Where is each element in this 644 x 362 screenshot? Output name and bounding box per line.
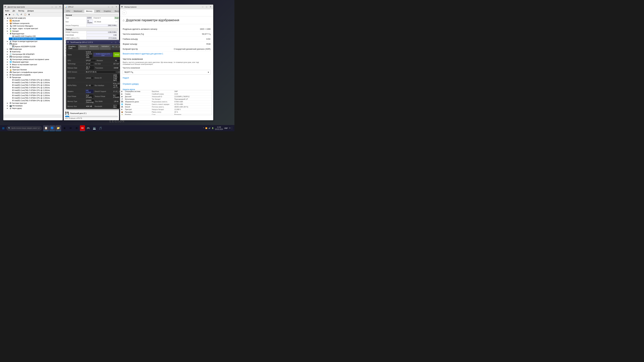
info-row-display[interactable]: 🖥 Дисплей Унікальний ID 2133SMPL17M3PG2 [120, 95, 212, 98]
tree-software-components[interactable]: ▶📦Software components [6, 22, 62, 25]
tree-disks[interactable]: ▼💾Диски [6, 43, 62, 45]
tree-cpu[interactable]: ▼⚙Процесори [6, 76, 62, 79]
tree-computer[interactable]: ▶🖥Комп'ютер [6, 50, 62, 53]
menu-help[interactable]: Довідка [26, 9, 35, 12]
settings-minimize[interactable]: ─ [201, 5, 204, 8]
minimize-button[interactable]: ─ [50, 5, 54, 8]
tree-display-adapters[interactable]: ▼🖥Відеоадаптери [6, 32, 62, 35]
toolbar-monitor[interactable]: 🖥 [27, 13, 31, 16]
gpuz-lookup-btn[interactable]: NVIDIA GeForce GTX 1050 [94, 53, 112, 57]
taskbar-app-9[interactable]: 🎵 [98, 125, 103, 131]
toolbar-forward[interactable]: ▶ [8, 13, 12, 16]
show-desktop-btn[interactable] [232, 127, 232, 130]
toolbar-refresh[interactable]: ↺ [20, 13, 23, 16]
menu-view[interactable]: Вигляд [18, 9, 25, 12]
info-row-os[interactable]: ⊞ Операційна система Виробник SMP [120, 90, 212, 93]
info-row-network[interactable]: 🌐 Мережа Ємність повної зарядки 41750 mW… [120, 103, 212, 106]
menu-action[interactable]: Дія [12, 9, 16, 12]
info-row-programs[interactable]: 📦 Програми Рівень зносу 26 % [120, 111, 212, 113]
toolbar-search[interactable]: 🔍 [16, 13, 19, 16]
help-link[interactable]: Отримати довідку [123, 82, 210, 86]
info-row-directx[interactable]: 🎮 DirectX Поточна ємність 39250 mWh (94 … [120, 106, 212, 108]
tab-bench[interactable]: Bench [113, 9, 119, 13]
tree-ide[interactable]: ▶💿Контролери IDE ATA/ATAPI [6, 53, 62, 55]
refresh-rate-dropdown[interactable]: 59,977 Гц ▾ [123, 70, 210, 74]
info-row-security[interactable]: 🔒 Безпека Стан Розрядка [120, 113, 212, 115]
tree-print-queues[interactable]: ▶🖨Черги друку [6, 107, 62, 110]
gpuz-tab-advanced[interactable]: Advanced [88, 45, 100, 50]
tree-audio-io[interactable]: ▶🔊Вхідні та вихідні аудіопристрої [6, 40, 62, 43]
tree-cpu-core-2[interactable]: ⚙Intel(R) Core(TM) i7-8750H CPU @ 2.20GH… [9, 84, 62, 86]
settings-back-btn[interactable]: ← [122, 10, 126, 15]
info-row-storage[interactable]: 💾 Збереження даних Розрахована ємність 5… [120, 100, 212, 103]
gpuz-restore[interactable]: □ [114, 41, 117, 44]
tree-mouse[interactable]: ▶🖱Миша та інші вказівні пристрої [6, 63, 62, 66]
info-row-multimedia[interactable]: 🎵 Мультимедіа Тип батареї Перезарядний L… [120, 98, 212, 100]
gpuz-minimize[interactable]: ─ [110, 41, 114, 44]
tree-cpu-core-4[interactable]: ⚙Intel(R) Core(TM) i7-8750H CPU @ 2.20GH… [9, 89, 62, 91]
tree-storage[interactable]: ▶💾Контролери сховища [6, 55, 62, 58]
display-adapter-link[interactable]: Вказати властивості адаптера для дисплея… [123, 53, 163, 55]
language-indicator[interactable]: УКР [224, 127, 228, 129]
gpuz-tab-graphics-card[interactable]: Graphics Card [67, 45, 78, 50]
tree-keyboard[interactable]: ▶⌨Клавіатури [6, 48, 62, 50]
taskbar-app-7[interactable]: 🎮 [85, 125, 91, 131]
taskbar-app-6[interactable]: 64 [80, 125, 85, 131]
info-row-server[interactable]: ⊞ Сервер Серійний номер 2133 [120, 93, 212, 95]
taskbar-app-0[interactable]: 📋 [43, 125, 49, 131]
menu-file[interactable]: Файл [4, 9, 10, 12]
taskbar-search[interactable]: 🔍 Щоби почати пошук, введіть запит тут [6, 126, 42, 130]
settings-restore[interactable]: □ [205, 5, 208, 8]
gpuz-screenshot-btn[interactable]: 📷 [112, 45, 114, 48]
tree-network[interactable]: ▶🌐Мережеві адаптери [6, 61, 62, 63]
tree-battery[interactable]: ▶🔋Батареї [6, 30, 62, 32]
gpuz-tab-validation[interactable]: Validation [100, 45, 111, 50]
tree-system-devices[interactable]: ▶⚙Системні пристрої [6, 102, 62, 104]
tab-cpu[interactable]: CPU [64, 9, 72, 13]
close-button[interactable]: ✕ [58, 5, 62, 8]
tree-audio[interactable]: ▶🔊Аудіо-, відео- та ігрові пристрої [6, 27, 62, 30]
gpuz-refresh-btn[interactable]: ↺ [115, 45, 118, 48]
tree-root[interactable]: ▼ 🖥 DESKTOP-6JME1FE [4, 17, 62, 19]
toolbar-back[interactable]: ◀ [4, 13, 8, 16]
gpuz-tab-sensors[interactable]: Sensors [78, 45, 88, 50]
cpuz-restore[interactable]: □ [110, 5, 114, 8]
toolbar-home[interactable]: ⌂ [12, 13, 15, 16]
tree-cpu-core-6[interactable]: ⚙Intel(R) Core(TM) i7-8750H CPU @ 2.20GH… [9, 94, 62, 97]
tree-cpu-core-0[interactable]: ⚙Intel(R) Core(TM) i7-8750H CPU @ 2.20GH… [9, 79, 62, 81]
tree-apacer-disk[interactable]: 💾Apacer AS2280P4 512GB [9, 45, 62, 48]
taskbar-app-5[interactable]: ⚙ [74, 125, 80, 131]
taskbar-app-8[interactable]: 💻 [92, 125, 97, 131]
more-link[interactable]: Надалі [123, 76, 210, 80]
tab-graphics[interactable]: Graphics [102, 9, 113, 13]
tree-software[interactable]: ▶⚙Програмний інтерфейс [6, 73, 62, 76]
cpuz-minimize[interactable]: ─ [107, 5, 110, 8]
tree-security[interactable]: ▶🔒Пристрої безпеки [6, 68, 62, 71]
tab-spd[interactable]: SPD [94, 9, 102, 13]
tree-cpu-core-5[interactable]: ⚙Intel(R) Core(TM) i7-8750H CPU @ 2.20GH… [9, 91, 62, 94]
tree-monitors[interactable]: ▶🖥Монітори [6, 66, 62, 68]
cpuz-close[interactable]: ✕ [114, 5, 118, 8]
tree-nvidia-gpu[interactable]: 🖥NVIDIA GeForce GTX 1050 [9, 37, 62, 40]
tree-cpu-core-8[interactable]: ⚙Intel(R) Core(TM) i7-8750H CPU @ 2.20GH… [9, 99, 62, 102]
tab-memory[interactable]: Memory [84, 9, 94, 13]
taskbar-app-2[interactable]: 📁 [56, 125, 61, 131]
taskbar-app-4[interactable]: ✉ [68, 125, 74, 131]
tree-cpu-core-7[interactable]: ⚙Intel(R) Core(TM) i7-8750H CPU @ 2.20GH… [9, 97, 62, 99]
tree-cpu-core-3[interactable]: ⚙Intel(R) Core(TM) i7-8750H CPU @ 2.20GH… [9, 86, 62, 89]
tab-mainboard[interactable]: Mainboard [72, 9, 84, 13]
tree-intel-gpu[interactable]: 🖥Intel(R) UHD Graphics 630 [9, 35, 62, 37]
taskbar-clock[interactable]: 11:00 18.02.2024 [215, 126, 223, 130]
settings-close[interactable]: ✕ [209, 5, 212, 8]
taskbar-app-3[interactable]: 🖥 [62, 125, 67, 131]
tree-camera[interactable]: ▶📷Фотокамера [6, 104, 62, 107]
restore-button[interactable]: □ [54, 5, 58, 8]
info-row-devices[interactable]: ⚙ Пристрої Напруга батареї 12,008 V [120, 108, 212, 111]
tree-usb-connectors[interactable]: ▶🔌USB Connector Managers [6, 25, 62, 27]
taskbar-app-1[interactable]: 🔵 [49, 125, 55, 131]
tree-hid[interactable]: ▶🎮Пристрої з інтерфейсом користувача [6, 71, 62, 73]
start-button[interactable]: ⊞ [1, 126, 6, 131]
toolbar-props[interactable]: 📋 [23, 13, 27, 16]
tree-bluetooth[interactable]: ▶📶Bluetooth [6, 19, 62, 22]
tree-usb[interactable]: ▶🔌Контролери універсальної послідовної ш… [6, 58, 62, 61]
